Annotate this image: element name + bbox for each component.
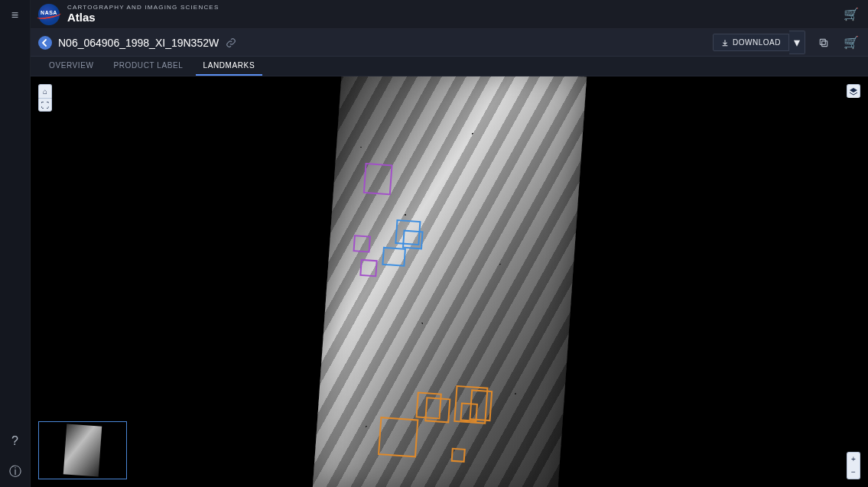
svg-rect-1 [820,39,825,44]
app-title: Atlas [67,11,219,24]
tab-product-label[interactable]: PRODUCT LABEL [106,57,191,76]
layers-control [847,84,860,98]
menu-icon[interactable]: ≡ [0,0,31,31]
product-name: N06_064906_1998_XI_19N352W [58,37,219,49]
zoom-out-button[interactable]: − [847,466,860,479]
image-viewer[interactable]: ⌂ ⛶ + − [31,76,868,487]
tab-overview[interactable]: OVERVIEW [41,57,102,76]
main-image-tile[interactable] [312,76,586,487]
landmark-box[interactable] [353,235,370,252]
tab-landmarks[interactable]: LANDMARKS [196,57,263,76]
copy-icon[interactable] [814,34,833,52]
permalink-icon[interactable] [225,37,237,49]
landmark-box[interactable] [450,447,465,462]
add-to-cart-icon[interactable]: 🛒 [842,34,860,52]
zoom-in-button[interactable]: + [847,452,860,466]
left-rail: ≡ ? ⓘ [0,0,31,487]
download-label: DOWNLOAD [733,38,781,47]
main-area: NASA CARTOGRAPHY AND IMAGING SCIENCES At… [31,0,868,487]
back-button[interactable] [38,36,52,50]
back-arrow-icon [41,39,49,47]
layers-button[interactable] [847,84,860,98]
landmark-box[interactable] [359,258,377,276]
nasa-logo-text: NASA [38,10,60,15]
svg-rect-0 [822,41,827,46]
landmark-box[interactable] [382,246,406,266]
download-icon [721,39,729,47]
home-view-button[interactable]: ⌂ [38,84,52,98]
landmark-box[interactable] [401,229,423,249]
layers-icon [849,87,858,96]
landmark-box[interactable] [424,397,450,423]
info-icon[interactable]: ⓘ [0,456,31,487]
cart-icon[interactable]: 🛒 [842,5,860,24]
download-button[interactable]: DOWNLOAD [713,34,789,51]
help-icon[interactable]: ? [0,426,31,456]
fullscreen-button[interactable]: ⛶ [38,98,52,112]
zoom-controls: + − [847,452,860,479]
nasa-logo[interactable]: NASA [38,4,60,25]
overview-thumbnail[interactable] [38,421,127,479]
landmark-box[interactable] [460,402,478,421]
app-header: NASA CARTOGRAPHY AND IMAGING SCIENCES At… [31,0,868,29]
download-caret-button[interactable]: ▾ [789,31,805,54]
tabs-bar: OVERVIEWPRODUCT LABELLANDMARKS [31,57,868,76]
view-controls-top-left: ⌂ ⛶ [38,84,52,112]
product-bar: N06_064906_1998_XI_19N352W DOWNLOAD ▾ 🛒 [31,29,868,57]
thumbnail-image [63,424,102,476]
landmark-box[interactable] [378,417,418,457]
landmark-box[interactable] [362,162,392,194]
